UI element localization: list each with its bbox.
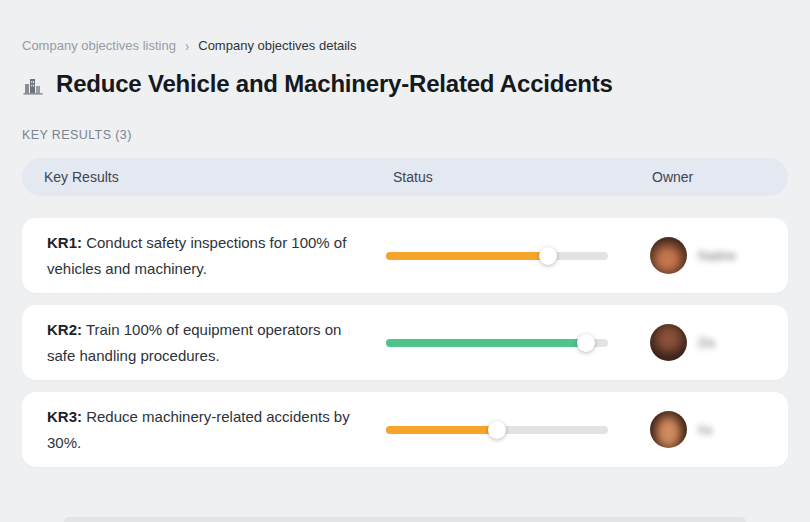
building-chart-icon: [22, 75, 44, 97]
kr1-progress-slider[interactable]: [386, 247, 608, 265]
owner-avatar: [650, 237, 687, 274]
kr2-progress-slider[interactable]: [386, 334, 608, 352]
kr3-label: KR3:: [47, 408, 82, 425]
kr1-text: Conduct safety inspections for 100% of v…: [47, 234, 346, 277]
chevron-right-icon: ›: [185, 37, 189, 54]
breadcrumb-listing-link[interactable]: Company objectives listing: [22, 38, 176, 53]
kr1-description: KR1: Conduct safety inspections for 100%…: [22, 230, 386, 282]
kr1-owner-cell: Nadine: [650, 237, 788, 274]
page-title: Reduce Vehicle and Machinery-Related Acc…: [56, 70, 613, 98]
kr2-label: KR2:: [47, 321, 82, 338]
column-header-owner: Owner: [650, 169, 788, 185]
owner-name: Ira: [698, 423, 712, 437]
owner-avatar: [650, 324, 687, 361]
column-header-key-results: Key Results: [22, 169, 386, 185]
kr3-status-cell: [386, 421, 650, 439]
progress-knob[interactable]: [577, 334, 595, 352]
progress-knob[interactable]: [488, 421, 506, 439]
owner-name: Zia: [698, 336, 715, 350]
kr1-label: KR1:: [47, 234, 82, 251]
kr3-text: Reduce machinery-related accidents by 30…: [47, 408, 350, 451]
progress-fill: [386, 339, 586, 347]
key-results-section-label: KEY RESULTS (3): [22, 128, 788, 142]
next-section-peek: [64, 517, 746, 522]
objective-details-page: Company objectives listing › Company obj…: [0, 0, 810, 467]
kr1-status-cell: [386, 247, 650, 265]
title-row: Reduce Vehicle and Machinery-Related Acc…: [22, 70, 788, 98]
key-result-row-3[interactable]: KR3: Reduce machinery-related accidents …: [22, 392, 788, 467]
progress-fill: [386, 426, 497, 434]
column-header-status: Status: [386, 169, 650, 185]
kr2-description: KR2: Train 100% of equipment operators o…: [22, 317, 386, 369]
progress-knob[interactable]: [539, 247, 557, 265]
kr2-text: Train 100% of equipment operators on saf…: [47, 321, 341, 364]
key-result-row-2[interactable]: KR2: Train 100% of equipment operators o…: [22, 305, 788, 380]
breadcrumb: Company objectives listing › Company obj…: [22, 38, 788, 53]
progress-fill: [386, 252, 548, 260]
kr3-owner-cell: Ira: [650, 411, 788, 448]
kr2-owner-cell: Zia: [650, 324, 788, 361]
owner-avatar: [650, 411, 687, 448]
kr2-status-cell: [386, 334, 650, 352]
key-result-row-1[interactable]: KR1: Conduct safety inspections for 100%…: [22, 218, 788, 293]
table-header-row: Key Results Status Owner: [22, 158, 788, 196]
kr3-description: KR3: Reduce machinery-related accidents …: [22, 404, 386, 456]
breadcrumb-details-current: Company objectives details: [198, 38, 356, 53]
owner-name: Nadine: [698, 249, 736, 263]
kr3-progress-slider[interactable]: [386, 421, 608, 439]
